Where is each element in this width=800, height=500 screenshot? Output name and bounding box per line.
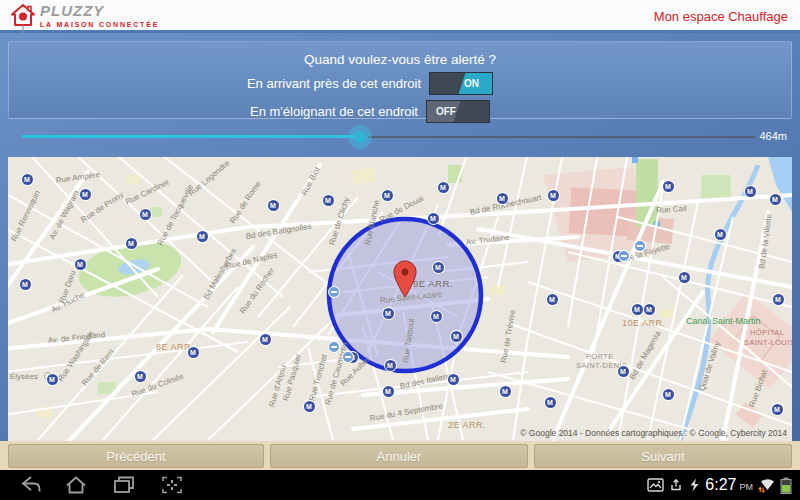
metro-station-icon: M [545,397,556,408]
map-street-label: Rue du 4 Septembre [369,402,443,423]
map-street-label: Rue Rennequin [10,189,42,242]
cancel-button[interactable]: Annuler [270,444,528,468]
metro-station-icon: M [80,189,91,200]
battery-icon [780,477,792,494]
metro-station-icon: M [385,360,396,371]
rer-station-icon [619,251,629,261]
slider-track-active [22,135,360,138]
metro-station-icon: M [644,304,655,315]
map-street-label: Élysées [10,373,38,381]
rer-station-icon [343,352,353,362]
map-canvas[interactable]: Rue AmpèreAv. de WagramRue CardinetRue d… [8,157,792,441]
alert-settings-card: Quand voulez-vous être alerté ? En arriv… [8,41,792,119]
toggle-state-label: ON [464,73,479,94]
metro-station-icon: M [618,366,629,377]
alert-row-arriving: En arrivant près de cet endroit ON [0,72,761,95]
metro-station-icon: M [382,190,393,201]
recent-apps-icon[interactable] [112,475,136,495]
metro-station-icon: M [135,371,146,382]
home-button-icon[interactable] [64,475,88,495]
map-street-label: Rue Taitbout [402,318,416,363]
map-street-label: Rue Saint-Lazare [380,291,443,305]
slider-track-rest [368,136,755,138]
metro-station-icon: M [47,374,58,385]
map-street-label: 9E ARR. [413,279,453,289]
alert-row-leaving-label: En m'éloignant de cet endroit [250,104,418,119]
metro-station-icon: M [663,389,674,400]
metro-station-icon: M [197,231,208,242]
metro-station-icon: M [547,294,558,305]
metro-station-icon: M [383,386,394,397]
slider-thumb[interactable] [354,131,366,143]
radius-slider[interactable]: 464m [0,121,800,157]
app-header: PLUZZY LA MAISON CONNECTÉE Mon espace Ch… [0,0,800,33]
map-street-label: Rue Blanche [364,199,381,245]
pluzzy-house-logo-icon [9,2,37,33]
screenshot-button-icon[interactable] [160,475,184,495]
wifi-icon [758,477,775,493]
metro-station-icon: M [500,386,511,397]
alert-row-leaving: En m'éloignant de cet endroit OFF [0,100,761,123]
wizard-footer: Précédent Annuler Suivant [0,441,800,470]
metro-station-icon: M [126,238,137,249]
arriving-toggle[interactable]: ON [429,72,493,95]
sync-notification-icon [688,478,700,492]
toggle-state-label: OFF [436,101,456,122]
metro-station-icon: M [448,374,459,385]
map-street-label: Rue Cail [656,205,687,215]
metro-station-icon: M [260,334,271,345]
next-button[interactable]: Suivant [534,444,792,468]
rer-station-icon [635,241,645,251]
map-street-label: Bd Malesherbes [203,247,239,301]
metro-station-icon: M [428,213,439,224]
map-street-label: PORTE [586,353,614,361]
leaving-toggle[interactable]: OFF [426,100,490,123]
map-street-label: Rue Pasquier [282,353,303,402]
map-street-label: Rue de Berri [81,348,116,388]
upload-notification-icon [669,478,683,492]
back-button-icon[interactable] [18,475,42,495]
alert-row-arriving-label: En arrivant près de cet endroit [247,76,421,91]
map-street-label: Canal Saint-Martin [686,317,761,326]
metro-station-icon: M [632,304,643,315]
map-street-label: Rue Ampère [55,171,100,185]
map-attribution: © Google 2014 - Données cartographiques … [520,428,787,438]
map-street-label: Bd de la Villette [758,214,774,270]
metro-station-icon: M [438,182,449,193]
rer-station-icon [329,287,339,297]
map-street-label: Quai de Valmy [698,340,722,392]
map-street-label: HÔPITAL [750,329,784,337]
rer-station-icon [329,342,339,352]
app-screen: PLUZZY LA MAISON CONNECTÉE Mon espace Ch… [0,0,800,500]
alert-question-title: Quand voulez-vous être alerté ? [9,52,791,67]
map-street-label: Rue de Rome [229,180,263,225]
map-street-label: Rue Bichat [748,369,769,409]
metro-station-icon: M [431,311,442,322]
metro-station-icon: M [548,190,559,201]
metro-station-icon: M [383,308,394,319]
brand-tagline: LA MAISON CONNECTÉE [40,21,159,28]
map-street-label: Rue Biot [300,166,321,197]
metro-station-icon: M [772,404,783,415]
map-street-label: Bd des Batignolles [245,223,312,241]
metro-station-icon: M [773,294,784,305]
metro-station-icon: M [679,272,690,283]
metro-station-icon: M [20,279,31,290]
map-street-label: 2E ARR. [448,421,486,430]
metro-station-icon: M [433,262,444,273]
metro-station-icon: M [323,195,334,206]
gallery-notification-icon [647,478,664,492]
previous-button[interactable]: Précédent [8,444,264,468]
metro-station-icon: M [497,193,508,204]
metro-station-icon: M [745,186,756,197]
metro-station-icon: M [715,229,726,240]
map-street-label: Av. Trudaine [466,234,511,247]
settings-panel: Quand voulez-vous être alerté ? En arriv… [0,33,800,441]
metro-station-icon: M [451,331,462,342]
metro-station-icon: M [663,181,674,192]
metro-station-icon: M [304,401,315,412]
metro-station-icon: M [770,194,781,205]
map-street-label: Rue Legendre [187,159,231,198]
map-street-label: 10E ARR. [622,319,666,328]
map-street-label: Rue Cardinet [124,179,170,207]
